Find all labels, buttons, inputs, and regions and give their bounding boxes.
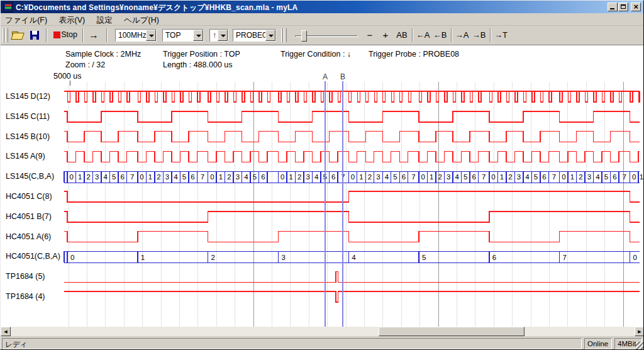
scrollbar-thumb[interactable] (379, 327, 525, 336)
channel-label[interactable]: TP1684 (5) (6, 272, 45, 281)
channel-label[interactable]: LS145 B(10) (6, 132, 50, 141)
svg-text:3: 3 (306, 173, 309, 181)
svg-text:3: 3 (517, 173, 521, 181)
minimize-button[interactable] (608, 3, 618, 11)
stop-button[interactable]: Stop (50, 28, 80, 42)
menu-help[interactable]: ヘルプ(H) (119, 13, 164, 26)
channel-label[interactable]: HC4051 A(6) (6, 232, 51, 241)
chevron-down-icon[interactable] (193, 30, 203, 41)
svg-text:1: 1 (148, 173, 152, 181)
probe-select[interactable]: PROBE00 (233, 29, 276, 42)
scroll-right-icon[interactable]: ▶ (635, 327, 644, 336)
menu-settings[interactable]: 設定 (92, 13, 117, 26)
zoom-out-button[interactable]: − (363, 28, 377, 42)
svg-text:1: 1 (500, 173, 504, 181)
channel-label[interactable]: TP1684 (4) (6, 292, 45, 301)
toolbar-grip[interactable] (281, 28, 283, 42)
chevron-down-icon[interactable] (218, 30, 228, 41)
channel-label[interactable]: LS145 A(9) (6, 152, 45, 161)
channel-label[interactable]: HC4051 C(8) (6, 192, 52, 201)
svg-text:0: 0 (210, 173, 214, 181)
goto-a-right-button[interactable]: →A (454, 28, 470, 42)
slider-thumb[interactable] (301, 30, 307, 42)
svg-text:7: 7 (201, 173, 204, 181)
toolbar-separator (46, 28, 47, 42)
svg-text:1: 1 (289, 173, 292, 181)
svg-text:A: A (323, 72, 328, 81)
run-button[interactable]: → (85, 28, 103, 42)
svg-text:1: 1 (640, 173, 643, 181)
svg-text:0: 0 (633, 254, 636, 261)
toolbar-grip[interactable] (3, 28, 4, 42)
svg-text:2: 2 (508, 173, 512, 181)
svg-text:2: 2 (438, 173, 442, 181)
svg-text:6: 6 (402, 173, 406, 181)
menu-file[interactable]: ファイル(F) (1, 13, 52, 26)
svg-text:1: 1 (78, 173, 82, 181)
resize-grip-icon[interactable] (636, 342, 644, 350)
save-floppy-icon (30, 31, 39, 40)
maximize-button[interactable] (618, 3, 628, 11)
svg-text:0: 0 (562, 173, 565, 181)
title-bar[interactable]: C:¥Documents and Settings¥noname¥デスクトップ¥… (1, 1, 643, 13)
channel-label[interactable]: LS145 D(12) (6, 92, 50, 101)
sample-clock-select[interactable]: 100MHz (115, 29, 157, 42)
open-file-button[interactable] (9, 28, 26, 42)
svg-text:0: 0 (421, 173, 425, 181)
svg-text:1: 1 (570, 173, 574, 181)
svg-text:5: 5 (422, 254, 426, 261)
svg-text:0: 0 (491, 173, 495, 181)
toolbar-separator (490, 28, 491, 42)
close-button[interactable] (631, 3, 641, 11)
svg-text:4: 4 (596, 173, 600, 181)
goto-a-left-button[interactable]: ←A (415, 28, 431, 42)
svg-text:4: 4 (104, 173, 108, 181)
svg-text:3: 3 (236, 173, 240, 181)
trigger-position-select[interactable]: TOP (162, 29, 204, 42)
channel-label[interactable]: LS145(C,B,A) (6, 172, 54, 181)
svg-text:7: 7 (130, 173, 134, 181)
svg-text:7: 7 (552, 173, 556, 181)
channel-label[interactable]: HC4051 B(7) (6, 212, 52, 221)
svg-text:5: 5 (112, 173, 116, 181)
app-window: C:¥Documents and Settings¥noname¥デスクトップ¥… (0, 0, 644, 350)
svg-text:2: 2 (157, 173, 160, 181)
svg-text:3: 3 (587, 173, 591, 181)
svg-text:2: 2 (227, 173, 231, 181)
svg-text:3: 3 (165, 173, 169, 181)
scroll-left-icon[interactable]: ◀ (1, 327, 11, 336)
svg-text:7: 7 (411, 173, 415, 181)
channel-label[interactable]: HC4051(C,B,A) (6, 252, 60, 261)
status-online-badge: Online (584, 338, 612, 349)
ab-button[interactable]: AB (394, 28, 410, 42)
chevron-down-icon[interactable] (146, 30, 156, 41)
svg-text:3: 3 (281, 254, 285, 261)
svg-text:2: 2 (211, 254, 215, 261)
svg-text:5: 5 (182, 173, 186, 181)
goto-trigger-button[interactable]: →T (493, 28, 509, 42)
toolbar: Stop → 100MHz TOP ↑ PROBE00 − + AB ←A (1, 26, 643, 45)
channel-label[interactable]: LS145 C(11) (6, 112, 50, 121)
svg-text:5: 5 (534, 173, 538, 181)
horizontal-scrollbar[interactable]: ◀ ▶ (1, 327, 644, 336)
waveform-plot[interactable]: 0123456701234567012345601234567012345670… (1, 45, 644, 327)
chevron-down-icon[interactable] (265, 30, 275, 41)
save-file-button[interactable] (27, 28, 43, 42)
svg-text:6: 6 (542, 173, 546, 181)
svg-text:0: 0 (140, 173, 143, 181)
svg-text:2: 2 (368, 173, 372, 181)
zoom-slider[interactable] (289, 30, 359, 42)
svg-text:4: 4 (314, 173, 319, 181)
minimize-icon (610, 8, 614, 9)
svg-text:5: 5 (393, 173, 397, 181)
svg-text:7: 7 (623, 173, 626, 181)
svg-text:1: 1 (141, 254, 145, 261)
svg-text:2: 2 (579, 173, 582, 181)
zoom-in-button[interactable]: + (379, 28, 392, 42)
svg-text:5: 5 (253, 173, 257, 181)
goto-b-left-button[interactable]: ←B (432, 28, 448, 42)
trigger-edge-select[interactable]: ↑ (209, 29, 228, 42)
menu-view[interactable]: 表示(V) (55, 13, 90, 26)
svg-text:7: 7 (563, 254, 567, 261)
goto-b-right-button[interactable]: →B (471, 28, 487, 42)
